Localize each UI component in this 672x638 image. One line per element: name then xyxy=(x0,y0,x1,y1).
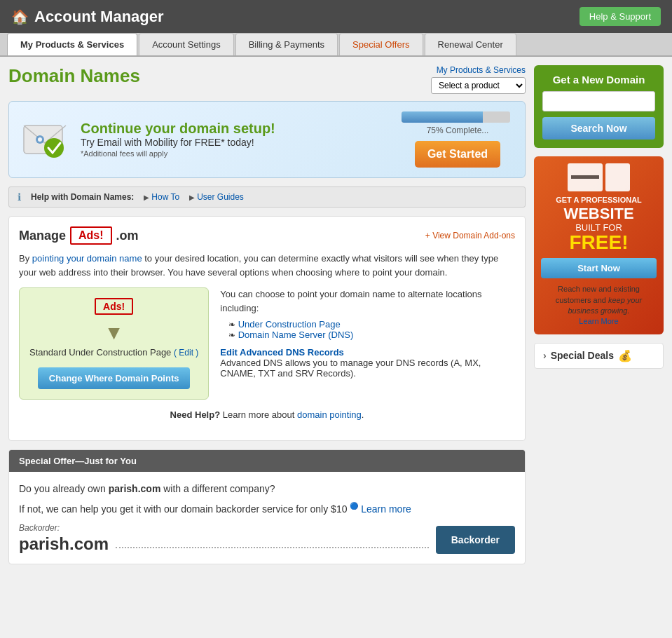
backorder-domain: parish.com xyxy=(19,534,109,554)
ads-box-1: Ads! xyxy=(70,226,112,245)
arrow-down-icon: ▼ xyxy=(29,322,198,344)
backorder-label: Backorder: xyxy=(19,523,109,533)
tab-renewal-center[interactable]: Renewal Center xyxy=(425,33,516,55)
pointing-link[interactable]: pointing your domain name xyxy=(32,253,142,264)
backorder-button[interactable]: Backorder xyxy=(436,526,515,554)
learn-more-link[interactable]: Learn more xyxy=(361,503,411,514)
main-container: Domain Names My Products & Services Sele… xyxy=(0,57,672,573)
under-construction-link[interactable]: Under Construction Page xyxy=(238,319,341,330)
new-domain-box: Get a New Domain Search Now xyxy=(534,65,664,148)
learn-more-ad-link[interactable]: Learn More xyxy=(579,317,618,325)
special-offer-section: Special Offer—Just for You Do you alread… xyxy=(8,449,526,565)
tab-my-products[interactable]: My Products & Services xyxy=(7,33,137,55)
special-offer-body: Do you already own parish.com with a dif… xyxy=(9,472,525,564)
promo-text: Continue your domain setup! Try Email wi… xyxy=(81,121,390,158)
website-mockup-icons xyxy=(541,163,657,191)
chevron-right-icon: › xyxy=(543,350,547,361)
domain-manage-header: Manage Ads! .om + View Domain Add-ons xyxy=(19,226,515,245)
edit-link[interactable]: ( Edit ) xyxy=(174,348,198,358)
domain-manage-title: Manage Ads! .om xyxy=(19,226,139,245)
backorder-row: Backorder: parish.com Backorder xyxy=(19,523,515,554)
domain-manage-section: Manage Ads! .om + View Domain Add-ons By… xyxy=(8,216,526,441)
domain-help-text: Need Help? Learn more about domain point… xyxy=(19,408,515,422)
promo-disclaimer: *Additional fees will apply xyxy=(81,149,167,158)
help-bar-title: Help with Domain Names: xyxy=(31,192,134,202)
header-title: 🏠 Account Manager xyxy=(11,8,164,26)
domain-pointing-link[interactable]: domain pointing xyxy=(297,409,362,420)
manage-suffix: .om xyxy=(116,229,139,243)
nav-bar: My Products & Services Account Settings … xyxy=(0,33,672,57)
domain-pointer-visual: Ads! ▼ Standard Under Construction Page … xyxy=(19,287,209,400)
how-to-link[interactable]: ▶ How To xyxy=(144,192,179,202)
tab-account-settings[interactable]: Account Settings xyxy=(139,33,234,55)
tab-special-offers[interactable]: Special Offers xyxy=(339,33,423,55)
promo-headline: Continue your domain setup! xyxy=(81,121,390,137)
svg-point-3 xyxy=(38,137,42,142)
product-selector-label: My Products & Services xyxy=(431,65,526,75)
house-icon: 🏠 xyxy=(11,8,29,25)
promo-email-icon xyxy=(20,118,69,161)
progress-bar-fill xyxy=(402,111,483,123)
promo-subtext: Try Email with Mobility for FREE* today! xyxy=(81,137,390,148)
help-bar: ℹ Help with Domain Names: ▶ How To ▶ Use… xyxy=(8,186,526,208)
special-deals-box[interactable]: › Special Deals 💰 xyxy=(534,343,664,369)
special-offer-subtext: If not, we can help you get it with our … xyxy=(19,501,515,517)
get-started-button[interactable]: Get Started xyxy=(415,141,500,168)
triangle-icon: ▶ xyxy=(144,194,149,201)
manage-prefix: Manage xyxy=(19,229,66,243)
ads-box-2: Ads! xyxy=(95,298,133,315)
money-bag-icon: 💰 xyxy=(618,349,632,362)
product-select[interactable]: Select a product xyxy=(431,77,526,94)
header: 🏠 Account Manager Help & Support xyxy=(0,0,672,33)
domain-manage-body: By pointing your domain name to your des… xyxy=(19,252,515,422)
backorder-dots xyxy=(116,547,429,548)
start-now-button[interactable]: Start Now xyxy=(541,258,657,278)
advanced-dns-block: Edit Advanced DNS Records Advanced DNS a… xyxy=(220,347,515,379)
tab-billing-payments[interactable]: Billing & Payments xyxy=(235,33,338,55)
help-support-button[interactable]: Help & Support xyxy=(580,7,661,26)
page-title: Domain Names xyxy=(8,65,140,87)
svg-point-1 xyxy=(44,138,64,158)
change-domain-points-button[interactable]: Change Where Domain Points xyxy=(38,367,191,389)
website-ad-sub-text: Reach new and existing customers and kee… xyxy=(541,284,657,327)
construction-label: Standard Under Construction Page ( Edit … xyxy=(29,347,198,358)
backorder-info: Backorder: parish.com xyxy=(19,523,109,554)
website-ad-sub1: GET A PROFESSIONAL xyxy=(541,196,657,204)
progress-text: 75% Complete... xyxy=(402,125,514,135)
new-domain-title: Get a New Domain xyxy=(542,74,655,86)
dns-link[interactable]: Domain Name Server (DNS) xyxy=(238,330,354,340)
website-ad-free: FREE! xyxy=(541,233,657,252)
domain-options: You can choose to point your domain name… xyxy=(220,287,515,400)
special-deals-label: Special Deals xyxy=(551,350,614,361)
product-selector: My Products & Services Select a product xyxy=(431,65,526,94)
page-header-row: Domain Names My Products & Services Sele… xyxy=(8,65,526,94)
progress-bar-wrap xyxy=(402,111,510,123)
advanced-dns-text: Advanced DNS allows you to manage your D… xyxy=(220,358,481,379)
new-domain-input[interactable] xyxy=(542,91,655,111)
website-ad-big: WEBSITE xyxy=(541,205,657,222)
list-item: Under Construction Page xyxy=(228,319,515,330)
special-offer-question: Do you already own parish.com with a dif… xyxy=(19,482,515,496)
search-now-button[interactable]: Search Now xyxy=(542,117,655,140)
list-item: Domain Name Server (DNS) xyxy=(228,330,515,340)
promo-right: 75% Complete... Get Started xyxy=(402,111,514,168)
domain-body-text: By pointing your domain name to your des… xyxy=(19,252,515,279)
domain-inner: Ads! ▼ Standard Under Construction Page … xyxy=(19,287,515,400)
app-title: Account Manager xyxy=(34,8,164,26)
view-addons-link[interactable]: + View Domain Add-ons xyxy=(425,231,515,240)
advanced-dns-link[interactable]: Edit Advanced DNS Records xyxy=(220,347,344,358)
right-column: Get a New Domain Search Now GET A PROFES… xyxy=(534,65,664,564)
promo-banner: Continue your domain setup! Try Email wi… xyxy=(8,101,526,178)
triangle-icon2: ▶ xyxy=(189,194,195,201)
info-icon: ℹ xyxy=(18,191,21,203)
left-column: Domain Names My Products & Services Sele… xyxy=(8,65,526,564)
domain-options-list: Under Construction Page Domain Name Serv… xyxy=(220,319,515,340)
website-ad: GET A PROFESSIONAL WEBSITE BUILT FOR FRE… xyxy=(534,156,664,334)
special-offer-header: Special Offer—Just for You xyxy=(9,450,525,472)
user-guides-link[interactable]: ▶ User Guides xyxy=(189,192,244,202)
website-ad-content: GET A PROFESSIONAL WEBSITE BUILT FOR FRE… xyxy=(541,163,657,278)
